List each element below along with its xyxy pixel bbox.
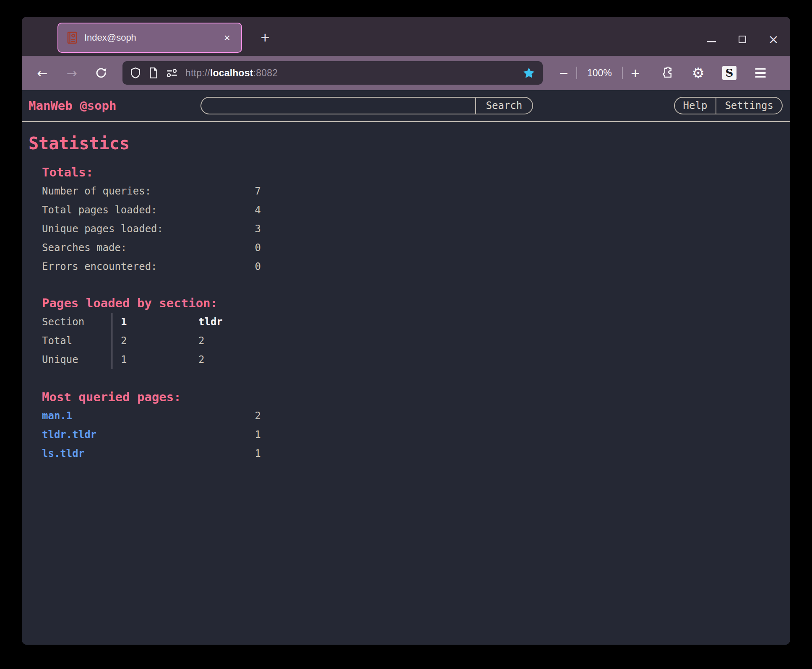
extensions-button[interactable] (658, 64, 677, 82)
settings-gear-button[interactable]: ⚙ (689, 64, 708, 82)
hamburger-menu-icon (755, 68, 766, 78)
table-row-header: Section (42, 313, 112, 332)
puzzle-icon (661, 67, 674, 79)
query-count: 2 (255, 407, 261, 425)
maximize-button[interactable] (732, 29, 752, 49)
tab-index-soph[interactable]: Index@soph × (57, 23, 242, 53)
extension-s-button[interactable]: S (720, 64, 739, 82)
search-group: Search (200, 97, 534, 114)
url-protocol: http:// (185, 67, 210, 78)
url-text: http://localhost:8082 (185, 67, 278, 79)
most-queried-section: Most queried pages: man.1 2 tldr.tldr 1 … (42, 388, 790, 463)
header-buttons: Help Settings (674, 97, 783, 114)
totals-heading: Totals: (42, 163, 790, 182)
stat-value: 7 (255, 182, 261, 201)
close-window-button[interactable]: × (763, 29, 783, 49)
url-port: :8082 (253, 67, 278, 78)
page-link-man1[interactable]: man.1 (42, 407, 72, 425)
site-header: ManWeb @soph Search Help Settings (22, 90, 790, 122)
page-info-icon (148, 67, 159, 79)
tab-bar: Index@soph × + × (22, 17, 790, 56)
stat-label: Searches made: (42, 239, 127, 257)
toolbar-divider (576, 67, 577, 79)
toolbar-icons: ⚙ S (658, 64, 770, 82)
stat-row: Unique pages loaded: 3 (42, 220, 261, 239)
tab-close-icon[interactable]: × (221, 31, 233, 44)
back-button[interactable]: ← (33, 63, 52, 83)
stat-label: Number of queries: (42, 182, 151, 201)
browser-window: Index@soph × + × ← → (22, 17, 790, 645)
list-item: man.1 2 (42, 407, 261, 425)
table-row-header: Unique (42, 350, 112, 369)
search-button[interactable]: Search (475, 97, 534, 114)
page-content: ManWeb @soph Search Help Settings Statis… (22, 90, 790, 645)
sections-table: Section 1 tldr Total 2 2 Unique 1 2 (42, 313, 790, 369)
table-row-header: Total (42, 332, 112, 350)
stat-label: Total pages loaded: (42, 201, 157, 220)
stat-label: Unique pages loaded: (42, 220, 163, 239)
reload-icon (95, 67, 107, 79)
search-input[interactable] (200, 97, 475, 114)
table-cell: 2 (190, 332, 270, 350)
table-cell: 2 (190, 350, 270, 369)
menu-button[interactable] (751, 64, 770, 82)
gear-icon: ⚙ (692, 65, 705, 81)
navigation-toolbar: ← → http://localhost:8082 (22, 56, 790, 90)
site-brand[interactable]: ManWeb @soph (29, 99, 117, 113)
stat-value: 4 (255, 201, 261, 220)
settings-button[interactable]: Settings (716, 97, 783, 114)
bookmark-star-icon[interactable] (523, 67, 535, 79)
page-link-ls-tldr[interactable]: ls.tldr (42, 444, 84, 463)
toolbar-divider (622, 67, 623, 79)
page-title: Statistics (29, 134, 790, 153)
shield-icon (130, 67, 141, 79)
tab-title: Index@soph (84, 32, 215, 43)
table-cell: 2 (112, 332, 190, 350)
pages-by-section-heading: Pages loaded by section: (42, 294, 790, 313)
zoom-out-button[interactable]: − (555, 65, 572, 81)
pages-by-section: Pages loaded by section: Section 1 tldr … (42, 294, 790, 369)
minimize-icon (707, 41, 716, 42)
stat-row: Number of queries: 7 (42, 182, 261, 201)
stat-label: Errors encountered: (42, 257, 157, 276)
extension-s-icon: S (722, 66, 737, 80)
reload-button[interactable] (91, 63, 111, 83)
manpage-book-icon (67, 31, 78, 44)
table-cell: 1 (112, 350, 190, 369)
table-col-header: tldr (190, 313, 270, 332)
stat-row: Total pages loaded: 4 (42, 201, 261, 220)
totals-section: Totals: Number of queries: 7 Total pages… (42, 163, 790, 276)
maximize-icon (739, 36, 746, 43)
permissions-switches-icon (166, 68, 178, 78)
zoom-in-button[interactable]: + (627, 65, 644, 81)
window-controls: × (701, 17, 783, 56)
query-count: 1 (255, 425, 261, 444)
stat-value: 3 (255, 220, 261, 239)
url-host: localhost (210, 67, 253, 78)
help-button[interactable]: Help (674, 97, 716, 114)
forward-button[interactable]: → (62, 63, 81, 83)
close-icon: × (768, 33, 778, 46)
stat-row: Errors encountered: 0 (42, 257, 261, 276)
list-item: ls.tldr 1 (42, 444, 261, 463)
most-queried-heading: Most queried pages: (42, 388, 790, 407)
url-bar[interactable]: http://localhost:8082 (122, 61, 543, 85)
new-tab-button[interactable]: + (253, 26, 277, 49)
stat-value: 0 (255, 239, 261, 257)
stat-value: 0 (255, 257, 261, 276)
table-col-header: 1 (112, 313, 190, 332)
stat-row: Searches made: 0 (42, 239, 261, 257)
list-item: tldr.tldr 1 (42, 425, 261, 444)
query-count: 1 (255, 444, 261, 463)
zoom-level[interactable]: 100% (581, 67, 618, 79)
minimize-button[interactable] (701, 29, 721, 49)
zoom-controls: − 100% + (555, 65, 644, 81)
page-link-tldr-tldr[interactable]: tldr.tldr (42, 425, 96, 444)
